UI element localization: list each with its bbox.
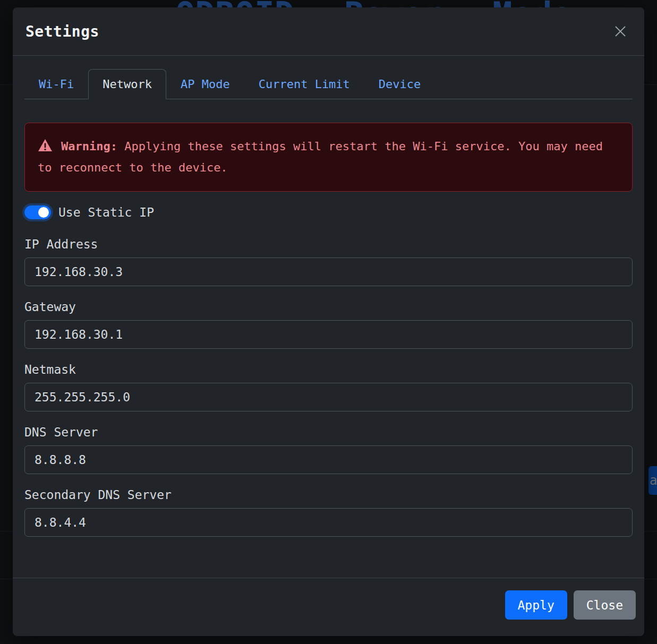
static-ip-row: Use Static IP xyxy=(24,205,633,219)
tab-ap-mode[interactable]: AP Mode xyxy=(166,69,244,99)
modal-header: Settings xyxy=(13,7,644,56)
ip-address-label: IP Address xyxy=(24,237,633,251)
close-icon[interactable] xyxy=(611,22,629,40)
gateway-group: Gateway xyxy=(24,300,633,349)
ip-address-input[interactable] xyxy=(24,257,633,286)
gateway-input[interactable] xyxy=(24,320,633,349)
tab-current-limit[interactable]: Current Limit xyxy=(244,69,364,99)
modal-body: Wi-Fi Network AP Mode Current Limit Devi… xyxy=(13,56,644,578)
warning-message: Applying these settings will restart the… xyxy=(38,140,603,174)
tab-wifi[interactable]: Wi-Fi xyxy=(24,69,88,99)
close-button[interactable]: Close xyxy=(574,590,636,620)
use-static-ip-toggle[interactable] xyxy=(24,205,51,219)
ip-address-group: IP Address xyxy=(24,237,633,286)
tab-device[interactable]: Device xyxy=(364,69,435,99)
netmask-input[interactable] xyxy=(24,383,633,411)
static-ip-toggle-label: Use Static IP xyxy=(58,205,154,219)
settings-modal: Settings Wi-Fi Network AP Mode Current L… xyxy=(13,7,644,636)
netmask-label: Netmask xyxy=(24,363,633,376)
dns-server-label: DNS Server xyxy=(24,425,633,439)
dns-server-input[interactable] xyxy=(24,445,633,474)
settings-tabs: Wi-Fi Network AP Mode Current Limit Devi… xyxy=(24,68,633,99)
dns-server-group: DNS Server xyxy=(24,425,633,474)
warning-label: Warning: xyxy=(61,140,117,153)
secondary-dns-group: Secondary DNS Server xyxy=(24,488,633,537)
warning-triangle-icon xyxy=(38,139,53,158)
modal-footer: Apply Close xyxy=(13,578,644,636)
toggle-knob xyxy=(38,207,49,218)
secondary-dns-input[interactable] xyxy=(24,508,633,537)
secondary-dns-label: Secondary DNS Server xyxy=(24,488,633,502)
wifi-restart-warning: Warning: Applying these settings will re… xyxy=(24,123,633,192)
netmask-group: Netmask xyxy=(24,363,633,411)
tab-network[interactable]: Network xyxy=(88,69,166,99)
gateway-label: Gateway xyxy=(24,300,633,314)
modal-title: Settings xyxy=(25,23,99,40)
apply-button[interactable]: Apply xyxy=(505,590,567,620)
